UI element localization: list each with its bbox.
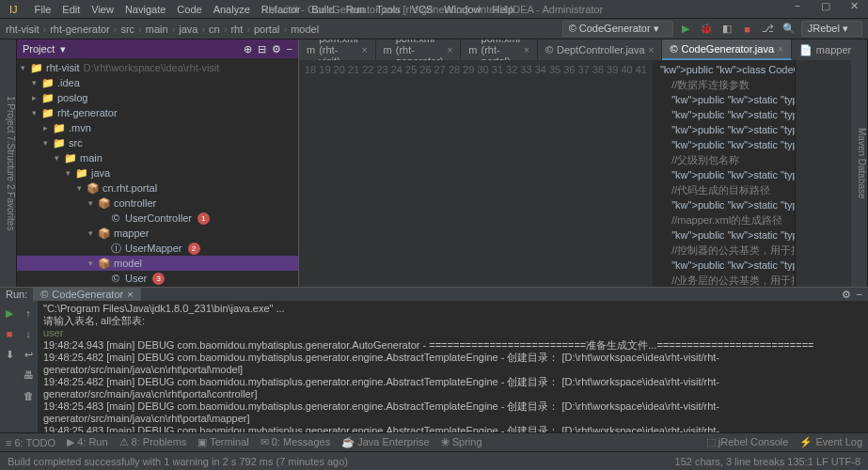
- tree-root[interactable]: ▾📁rht-visitD:\rht\workspace\idea\rht-vis…: [17, 60, 298, 75]
- menu-help[interactable]: Help: [486, 4, 519, 15]
- print-icon[interactable]: 🖶: [20, 367, 37, 384]
- line-gutter: 18 19 20 21 22 23 24 25 26 27 28 29 30 3…: [299, 60, 653, 287]
- search-icon[interactable]: 🔍: [781, 21, 797, 38]
- menu-refactor[interactable]: Refactor: [256, 4, 307, 15]
- project-title: Project: [23, 43, 55, 55]
- breadcrumb-item[interactable]: model: [291, 24, 319, 35]
- run-label: Run:: [6, 289, 27, 300]
- run-config-dropdown[interactable]: © CodeGenerator ▾: [562, 21, 673, 37]
- debug-button[interactable]: 🐞: [698, 21, 715, 38]
- close-button[interactable]: ✕: [840, 0, 868, 19]
- editor[interactable]: 18 19 20 21 22 23 24 25 26 27 28 29 30 3…: [299, 60, 851, 287]
- menu-window[interactable]: Window: [438, 4, 486, 15]
- menu-bar: IJ FileEditViewNavigateCodeAnalyzeRefact…: [0, 0, 868, 19]
- tree-item[interactable]: ⒾUserMapper2: [17, 241, 298, 256]
- menu-edit[interactable]: Edit: [56, 4, 86, 15]
- bottom-tab-right[interactable]: ⬚ jRebel Console: [706, 436, 789, 448]
- editor-tabs: mpom.xml (rht-visit)×mpom.xml (rht-gener…: [299, 39, 851, 60]
- tree-item[interactable]: ▾📁.idea: [17, 75, 298, 90]
- tree-item[interactable]: ▾📦mapper: [17, 226, 298, 241]
- bottom-tab[interactable]: ▣ Terminal: [197, 436, 248, 448]
- wrap-icon[interactable]: ↩: [20, 346, 37, 363]
- breadcrumb[interactable]: rht-visit › rht-generator › src › main ›…: [6, 24, 559, 35]
- trash-icon[interactable]: 🗑: [20, 387, 37, 404]
- editor-tab[interactable]: 📄mapper.java.ftl×: [792, 39, 851, 60]
- bottom-tab[interactable]: ≡ 6: TODO: [6, 437, 55, 448]
- bottom-tab-right[interactable]: ⚡ Event Log: [799, 436, 862, 448]
- project-panel: Project ▾ ⊕ ⊟ ⚙ − ▾📁rht-visitD:\rht\work…: [17, 39, 299, 287]
- project-panel-header: Project ▾ ⊕ ⊟ ⚙ −: [17, 39, 298, 58]
- tree-item[interactable]: ▸📁poslog: [17, 90, 298, 105]
- coverage-button[interactable]: ◧: [718, 21, 735, 38]
- close-icon[interactable]: ×: [649, 45, 655, 55]
- breadcrumb-item[interactable]: rht-generator: [50, 24, 110, 35]
- settings-icon[interactable]: ⊕: [244, 43, 252, 55]
- down-icon[interactable]: ↓: [20, 325, 37, 342]
- editor-tab[interactable]: ©CodeGenerator.java×: [662, 39, 791, 60]
- minimize-button[interactable]: −: [783, 0, 812, 19]
- tree-item[interactable]: ©UserController1: [17, 211, 298, 226]
- close-icon[interactable]: ×: [362, 45, 368, 55]
- run-panel: Run: © CodeGenerator × ⚙ − ▶ ■ ⬇ ↑ ↓ ↩ 🖶…: [0, 287, 868, 432]
- jrebel-dropdown[interactable]: JRebel ▾: [801, 21, 862, 37]
- menu-run[interactable]: Run: [340, 4, 371, 15]
- editor-tab[interactable]: mpom.xml (rht-portal)×: [461, 39, 538, 60]
- up-icon[interactable]: ↑: [20, 305, 37, 321]
- project-tree[interactable]: ▾📁rht-visitD:\rht\workspace\idea\rht-vis…: [17, 58, 298, 287]
- close-icon[interactable]: ×: [448, 45, 453, 55]
- maximize-button[interactable]: ▢: [812, 0, 840, 19]
- breadcrumb-item[interactable]: src: [120, 24, 134, 35]
- bottom-tab[interactable]: ▶ 4: Run: [67, 436, 107, 448]
- menu-code[interactable]: Code: [171, 4, 207, 15]
- bottom-tab[interactable]: ⚠ 8: Problems: [119, 436, 187, 448]
- editor-tab[interactable]: ©DeptController.java×: [538, 39, 663, 60]
- breadcrumb-item[interactable]: cn: [209, 24, 220, 35]
- stop-run-button[interactable]: ■: [1, 325, 18, 342]
- right-gutter[interactable]: Maven Database: [851, 39, 868, 287]
- close-icon[interactable]: ×: [524, 45, 529, 55]
- tree-item[interactable]: ▾📦cn.rht.portal: [17, 180, 298, 196]
- code-area[interactable]: "kw">public "kw">class CodeGenerator { /…: [653, 60, 795, 287]
- dump-icon[interactable]: ⬇: [1, 346, 18, 363]
- tree-item[interactable]: ▾📁java: [17, 165, 298, 180]
- gear-icon[interactable]: ⚙: [272, 43, 281, 55]
- hide-icon[interactable]: −: [287, 43, 292, 55]
- bottom-tab[interactable]: ❀ Spring: [441, 436, 482, 448]
- breadcrumb-item[interactable]: main: [146, 24, 168, 35]
- tree-item[interactable]: ©User3: [17, 271, 298, 286]
- menu-view[interactable]: View: [86, 4, 119, 15]
- bottom-tab[interactable]: ☕ Java Enterprise: [341, 436, 429, 448]
- minimap[interactable]: [795, 60, 851, 287]
- close-icon[interactable]: ×: [778, 44, 783, 55]
- tree-item[interactable]: ▾📁main: [17, 150, 298, 165]
- run-tab[interactable]: © CodeGenerator ×: [33, 288, 140, 301]
- menu-navigate[interactable]: Navigate: [119, 4, 171, 15]
- tree-item[interactable]: ▾📁src: [17, 135, 298, 150]
- menu-tools[interactable]: Tools: [371, 4, 406, 15]
- status-info: 152 chars, 3 line breaks 135:1 LF UTF-8: [675, 456, 860, 467]
- menu-file[interactable]: File: [29, 4, 57, 15]
- rerun-button[interactable]: ▶: [1, 305, 18, 321]
- bottom-tab[interactable]: ✉ 0: Messages: [260, 436, 330, 448]
- collapse-icon[interactable]: ⊟: [258, 43, 266, 55]
- editor-tab[interactable]: mpom.xml (rht-generator)×: [376, 39, 462, 60]
- run-gear-icon[interactable]: ⚙: [842, 289, 851, 301]
- tree-item[interactable]: ▸📁.mvn: [17, 120, 298, 135]
- tree-item[interactable]: ▾📦controller: [17, 196, 298, 211]
- breadcrumb-item[interactable]: rht-visit: [6, 24, 39, 35]
- run-button[interactable]: ▶: [677, 21, 694, 38]
- menu-build[interactable]: Build: [306, 4, 339, 15]
- tree-item[interactable]: ▾📁rht-generator: [17, 105, 298, 120]
- menu-analyze[interactable]: Analyze: [208, 4, 256, 15]
- app-icon: IJ: [4, 4, 24, 15]
- breadcrumb-item[interactable]: rht: [230, 24, 243, 35]
- run-hide-icon[interactable]: −: [857, 289, 862, 300]
- menu-vcs[interactable]: VCS: [406, 4, 439, 15]
- git-button[interactable]: ⎇: [760, 21, 777, 38]
- editor-tab[interactable]: mpom.xml (rht-visit)×: [299, 39, 376, 60]
- stop-button[interactable]: ■: [739, 21, 756, 38]
- left-gutter[interactable]: 1:Project 7:Structure 2:Favorites: [0, 39, 17, 287]
- breadcrumb-item[interactable]: portal: [254, 24, 280, 35]
- breadcrumb-item[interactable]: java: [179, 24, 197, 35]
- tree-item[interactable]: ▾📦model: [17, 256, 298, 271]
